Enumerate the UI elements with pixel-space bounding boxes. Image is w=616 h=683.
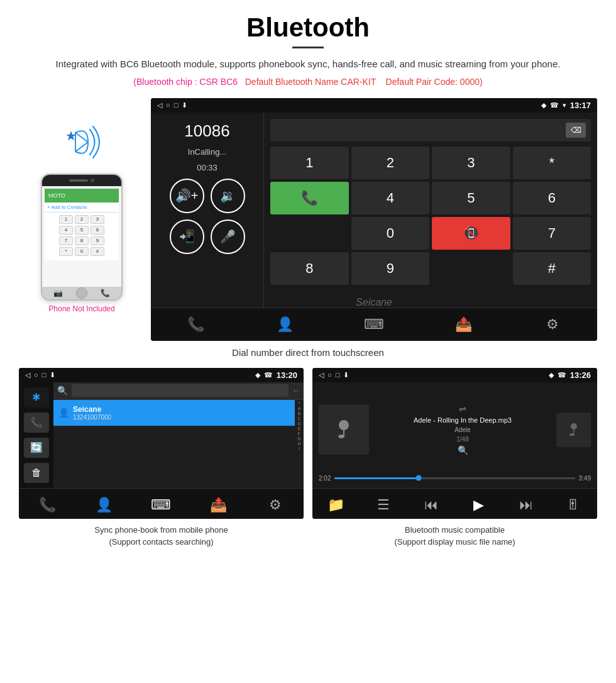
dial-timer: 00:33	[197, 163, 217, 172]
transfer-button[interactable]: 📲	[170, 219, 204, 254]
vol-down-button[interactable]: 🔉	[211, 179, 245, 213]
nav-settings-icon[interactable]: ⚙	[537, 313, 568, 336]
phonebook-caption-line1: Sync phone-book from mobile phone	[94, 525, 228, 535]
dial-status-bar: ◁ ○ □ ⬇ ◆ ☎ ▾ 13:17	[151, 98, 597, 113]
phone-mockup: MOTO + Add to Contacts 123 456 789	[41, 174, 123, 301]
pb-contact-area: 👤 Seicane 13241007000 * A	[53, 400, 304, 488]
key-5[interactable]: 5	[432, 182, 510, 214]
music-phone-icon: ☎	[558, 371, 566, 379]
pb-nav-transfer[interactable]: 📤	[202, 494, 234, 516]
pb-delete-icon[interactable]: 🗑	[24, 463, 49, 483]
music-back-icon: ◁	[319, 371, 324, 379]
pb-layout: ✱ 📞 🔄 🗑 🔍 ←	[19, 382, 304, 488]
pb-location-icon: ◆	[255, 371, 260, 379]
pb-nav-contacts[interactable]: 👤	[89, 494, 120, 516]
key-9[interactable]: 9	[351, 252, 430, 285]
dial-caption: Dial number direct from touchscreen	[19, 347, 597, 358]
key-hash[interactable]: #	[513, 252, 591, 285]
pb-nav-phone[interactable]: 📞	[31, 494, 63, 516]
key-7[interactable]: 7	[513, 217, 591, 250]
back-icon: ◁	[157, 101, 162, 109]
music-car-screen: ◁ ○ □ ⬇ ◆ ☎ 13:26	[312, 368, 597, 519]
music-current-time: 2:02	[319, 475, 331, 482]
music-circle-icon: ○	[327, 371, 332, 379]
music-status-bar: ◁ ○ □ ⬇ ◆ ☎ 13:26	[312, 368, 597, 382]
music-square-icon: □	[336, 371, 340, 379]
music-progress-dot	[416, 475, 422, 481]
location-icon: ◆	[541, 101, 546, 109]
header-divider	[292, 47, 324, 48]
pb-nav-bar: 📞 👤 ⌨ 📤 ⚙	[19, 488, 304, 519]
header-specs: (Bluetooth chip : CSR BC6 Default Blueto…	[19, 77, 597, 87]
pb-contact-row[interactable]: 👤 Seicane 13241007000	[53, 400, 295, 426]
music-progress-bar[interactable]	[334, 477, 575, 479]
pb-search-bar: 🔍 ←	[53, 382, 304, 400]
dial-car-screen: ◁ ○ □ ⬇ ◆ ☎ ▾ 13:17 10086 InCalling... 0…	[151, 98, 597, 341]
key-2[interactable]: 2	[351, 147, 430, 179]
end-call-button[interactable]: 📵	[432, 217, 510, 250]
music-nav-eq[interactable]: 🎚	[558, 494, 589, 516]
contact-info: Seicane 13241007000	[73, 405, 290, 421]
music-nav-prev[interactable]: ⏮	[415, 494, 447, 516]
pb-back-icon: ◁	[25, 371, 30, 379]
pb-download-icon: ⬇	[50, 371, 55, 379]
music-search-icon[interactable]: 🔍	[458, 445, 468, 455]
spec-code: Default Pair Code: 0000)	[386, 77, 483, 87]
key-star[interactable]: *	[513, 147, 591, 179]
phonebook-caption: Sync phone-book from mobile phone (Suppo…	[19, 524, 304, 548]
key-0[interactable]: 0	[351, 217, 430, 250]
phone-aside: MOTO + Add to Contacts 123 456 789	[19, 98, 145, 313]
dial-nav-icons: ◁ ○ □ ⬇	[157, 101, 187, 109]
nav-contacts-icon[interactable]: 👤	[269, 313, 300, 336]
music-nav-folder[interactable]: 📁	[321, 494, 352, 516]
square-icon: □	[174, 101, 179, 109]
nav-phone-icon[interactable]: 📞	[180, 313, 211, 336]
key-6[interactable]: 6	[513, 182, 591, 214]
pb-bt-icon[interactable]: ✱	[24, 387, 49, 408]
pb-call-icon[interactable]: 📞	[24, 413, 49, 433]
dial-vol-btns: 🔊+ 🔉	[170, 179, 245, 213]
key-3[interactable]: 3	[432, 147, 510, 179]
music-nav-list[interactable]: ☰	[368, 494, 399, 516]
pb-search-input[interactable]	[72, 384, 289, 397]
music-nav-play[interactable]: ▶	[463, 494, 494, 516]
vol-up-button[interactable]: 🔊+	[170, 179, 204, 213]
music-shuffle-area: ⇌	[459, 404, 466, 414]
dial-time: 13:17	[570, 101, 591, 110]
music-total-time: 3:49	[579, 475, 591, 482]
nav-keypad-icon[interactable]: ⌨	[358, 313, 390, 336]
pb-back-arrow: ←	[292, 386, 300, 395]
pb-sync-icon[interactable]: 🔄	[24, 438, 49, 458]
music-nav-next[interactable]: ⏭	[510, 494, 542, 516]
dial-content-area: 10086 InCalling... 00:33 🔊+ 🔉 📲 🎤 ⌫	[151, 113, 597, 308]
pb-sidebar: ✱ 📞 🔄 🗑	[19, 382, 53, 488]
music-progress-fill	[334, 477, 419, 479]
key-8[interactable]: 8	[270, 252, 349, 285]
key-1[interactable]: 1	[270, 147, 349, 179]
download-icon: ⬇	[182, 101, 187, 109]
pb-nav-settings[interactable]: ⚙	[260, 494, 291, 516]
mic-button[interactable]: 🎤	[211, 219, 245, 254]
svg-marker-3	[66, 131, 76, 140]
music-album-area: ⇌ Adele - Rolling In the Deep.mp3 Adele …	[319, 389, 591, 471]
key-4[interactable]: 4	[351, 182, 430, 214]
music-album-art	[319, 404, 369, 455]
music-small-art	[556, 413, 591, 447]
contact-name: Seicane	[73, 405, 290, 414]
dial-right-panel: ⌫ 1 2 3 * 📞 4 5 6 0 📵 7 8	[264, 113, 597, 308]
music-track-num: 1/48	[456, 436, 468, 443]
music-progress-area: 2:02 3:49	[319, 475, 591, 482]
svg-point-9	[569, 433, 575, 436]
pb-alpha-list: * A B C D E F G H I	[295, 400, 304, 488]
music-track-name: Adele - Rolling In the Deep.mp3	[414, 416, 512, 424]
header-description: Integrated with BC6 Bluetooth module, su…	[19, 57, 597, 72]
music-location-icon: ◆	[549, 371, 554, 379]
call-button[interactable]: 📞	[270, 182, 349, 214]
pb-contact-list: 👤 Seicane 13241007000	[53, 400, 295, 488]
nav-transfer-icon[interactable]: 📤	[448, 313, 479, 336]
pb-nav-keypad[interactable]: ⌨	[145, 494, 177, 516]
pb-search-icon: 🔍	[57, 386, 68, 396]
wifi-icon: ▾	[563, 101, 566, 109]
pb-phone-icon: ☎	[264, 371, 273, 379]
backspace-button[interactable]: ⌫	[566, 123, 586, 138]
